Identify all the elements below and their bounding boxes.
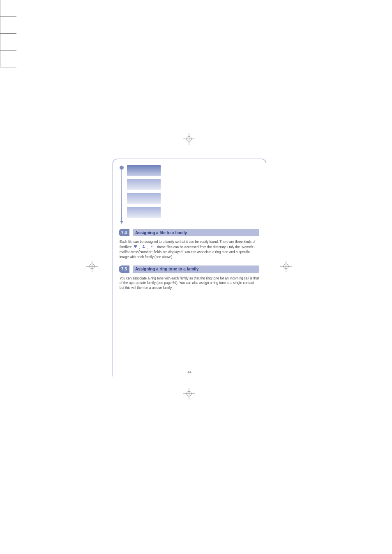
section-title: Assigning a ring tone to a family — [133, 265, 259, 273]
section-body: Each file can be assigned to a family so… — [120, 240, 259, 260]
registration-mark-icon — [280, 261, 292, 272]
heart-icon — [134, 245, 137, 250]
section-title: Assigning a file to a family — [133, 229, 259, 236]
document-page: 7.4 Assigning a file to a family Each fi… — [113, 159, 266, 376]
registration-mark-icon — [183, 133, 195, 145]
page-number: 44 — [113, 370, 266, 374]
section-number: 7.4 — [119, 229, 129, 236]
bolt-icon — [150, 245, 154, 250]
svg-point-12 — [143, 245, 145, 247]
section-header: 7.5 Assigning a ring tone to a family — [119, 265, 259, 273]
menu-graphic — [127, 165, 161, 225]
section-body: You can associate a ring tone with each … — [120, 276, 259, 291]
registration-mark-icon — [183, 388, 195, 399]
slider-graphic — [120, 165, 124, 225]
section-number: 7.5 — [119, 265, 129, 273]
section-header: 7.4 Assigning a file to a family — [119, 229, 259, 236]
person-icon — [142, 245, 145, 250]
registration-mark-icon — [86, 261, 98, 272]
